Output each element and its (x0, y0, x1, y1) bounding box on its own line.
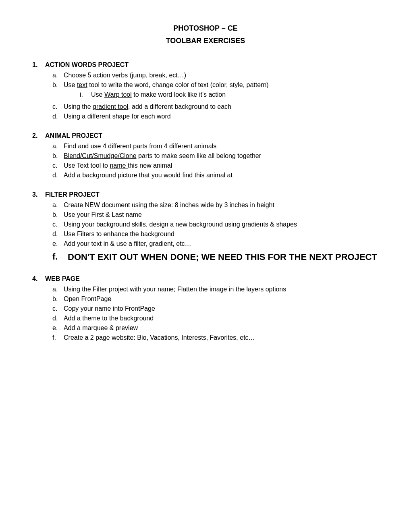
section-3: 3. FILTER PROJECT a. Create NEW document… (32, 191, 379, 263)
list-item: e. Add a marquee & preview (52, 324, 379, 332)
underline-5: 5 (88, 72, 91, 79)
underline-gradient: gradient tool (93, 103, 128, 110)
section-2-sub-list: a. Find and use 4 different parts from 4… (52, 143, 379, 179)
list-item: a. Choose 5 action verbs (jump, break, e… (52, 72, 379, 79)
list-item: c. Using your background skills, design … (52, 221, 379, 228)
list-item: d. Add a background picture that you wou… (52, 172, 379, 179)
underline-name: name (110, 162, 127, 169)
list-item: d. Add a theme to the background (52, 315, 379, 322)
section-1: 1. ACTION WORDS PROJECT a. Choose 5 acti… (32, 61, 379, 120)
filter-f-text: DON'T EXIT OUT WHEN DONE; WE NEED THIS F… (68, 251, 377, 263)
list-item: b. Use text tool to write the word, chan… (52, 81, 379, 101)
section-3-title: FILTER PROJECT (45, 191, 100, 198)
list-item: a. Using the Filter project with your na… (52, 286, 379, 293)
add-theme-text: Add a theme to the background (64, 315, 154, 322)
section-1-title: ACTION WORDS PROJECT (45, 61, 129, 69)
section-2: 2. ANIMAL PROJECT a. Find and use 4 diff… (32, 132, 379, 179)
list-item: b. Open FrontPage (52, 295, 379, 303)
list-item: b. Use your First & Last name (52, 211, 379, 218)
list-item-f-bold: f. DON'T EXIT OUT WHEN DONE; WE NEED THI… (52, 251, 379, 263)
page-title: PHOTOSHOP – CE (32, 24, 379, 33)
underline-4b: 4 (164, 143, 168, 150)
list-item: a. Find and use 4 different parts from 4… (52, 143, 379, 150)
underline-background: background (82, 172, 116, 179)
filter-f-label: f. (52, 251, 64, 262)
section-1-number: 1. (32, 61, 42, 69)
list-item: e. Add your text in & use a filter, grad… (52, 240, 379, 247)
list-item: d. Use Filters to enhance the background (52, 231, 379, 238)
underline-text: text (77, 81, 87, 88)
section-2-number: 2. (32, 132, 42, 139)
list-item: c. Using the gradient tool, add a differ… (52, 103, 379, 110)
section-3-number: 3. (32, 191, 42, 198)
list-item: f. Create a 2 page website: Bio, Vacatio… (52, 334, 379, 341)
section-4: 4. WEB PAGE a. Using the Filter project … (32, 275, 379, 341)
page-subtitle: TOOLBAR EXERCISES (32, 37, 379, 45)
section-1-sub-list: a. Choose 5 action verbs (jump, break, e… (52, 72, 379, 120)
underline-shape: different shape (87, 113, 130, 120)
underline-blend: Blend/Cut/Smudge/Clone (64, 152, 137, 159)
section-4-title: WEB PAGE (45, 275, 80, 283)
section-4-sub-list: a. Using the Filter project with your na… (52, 286, 379, 341)
list-item: b. Blend/Cut/Smudge/Clone parts to make … (52, 152, 379, 160)
list-item: c. Copy your name into FrontPage (52, 305, 379, 312)
section-4-number: 4. (32, 275, 42, 283)
list-item: d. Using a different shape for each word (52, 113, 379, 120)
sub-sub-list: i. Use Warp tool to make word look like … (80, 91, 269, 98)
section-3-sub-list: a. Create NEW document using the size: 8… (52, 202, 379, 263)
list-item: i. Use Warp tool to make word look like … (80, 91, 269, 98)
list-item: a. Create NEW document using the size: 8… (52, 202, 379, 209)
underline-warp: Warp tool (104, 91, 132, 98)
underline-4a: 4 (103, 143, 106, 150)
list-item: c. Use Text tool to name this new animal (52, 162, 379, 169)
section-2-title: ANIMAL PROJECT (45, 132, 102, 139)
main-list: 1. ACTION WORDS PROJECT a. Choose 5 acti… (32, 61, 379, 341)
